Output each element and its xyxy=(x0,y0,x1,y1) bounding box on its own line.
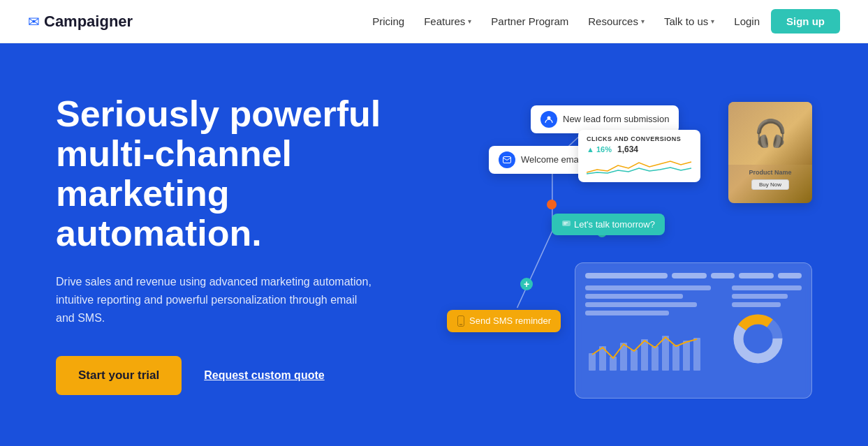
node-sms: Send SMS reminder xyxy=(447,310,561,332)
svg-rect-18 xyxy=(672,345,679,371)
buy-now-button[interactable]: Buy Now xyxy=(751,179,789,190)
talk-chevron-icon: ▾ xyxy=(711,17,714,25)
welcome-label: Welcome email xyxy=(521,154,583,165)
dash-line-4 xyxy=(585,311,669,315)
clicks-card: CLICKS AND CONVERSIONS ▲ 16% 1,634 xyxy=(578,130,700,182)
lead-icon xyxy=(540,111,557,128)
donut-chart xyxy=(732,313,784,365)
svg-rect-19 xyxy=(683,341,690,371)
dash-line-1 xyxy=(585,285,711,290)
node-talk: Let's talk tomorrow? xyxy=(552,214,665,235)
sms-label: Send SMS reminder xyxy=(469,315,551,326)
talk-icon xyxy=(561,219,571,229)
dash-line-2 xyxy=(585,294,683,299)
dash-right-line-2 xyxy=(732,294,788,299)
node-welcome: Welcome email xyxy=(489,146,593,174)
dash-bar-3 xyxy=(711,273,735,278)
dash-bar-chart xyxy=(585,325,711,374)
welcome-icon xyxy=(499,151,515,168)
hero-section: Seriously powerful multi-channel marketi… xyxy=(0,43,868,446)
lead-label: New lead form submission xyxy=(563,114,669,124)
resources-chevron-icon: ▾ xyxy=(641,17,645,25)
dash-header xyxy=(585,273,802,278)
nav-partner[interactable]: Partner Program xyxy=(491,15,568,27)
login-link[interactable]: Login xyxy=(734,15,760,27)
dash-right-panel xyxy=(732,285,802,383)
clicks-line-chart xyxy=(587,157,695,177)
navbar: ✉ Campaigner Pricing Features ▾ Partner … xyxy=(0,0,868,43)
logo[interactable]: ✉ Campaigner xyxy=(28,13,133,31)
hero-illustration: New lead form submission Welcome email + xyxy=(447,91,812,399)
logo-text: Campaigner xyxy=(44,13,133,31)
dash-bar-5 xyxy=(778,273,802,278)
logo-icon: ✉ xyxy=(28,13,40,30)
nav-features[interactable]: Features ▾ xyxy=(424,15,471,27)
dash-left-panel xyxy=(585,285,725,383)
svg-rect-5 xyxy=(562,221,571,226)
hero-content: Seriously powerful multi-channel marketi… xyxy=(56,94,419,396)
product-card: 🎧 Product Name Buy Now xyxy=(728,102,812,203)
svg-rect-17 xyxy=(662,336,669,371)
clicks-percent: ▲ 16% xyxy=(587,145,612,154)
svg-rect-14 xyxy=(631,350,638,371)
dash-bar-2 xyxy=(672,273,707,278)
quote-link[interactable]: Request custom quote xyxy=(204,369,324,382)
svg-rect-10 xyxy=(589,353,596,371)
clicks-number: 1,634 xyxy=(617,144,638,154)
dash-right-line-3 xyxy=(732,302,781,307)
dash-bar-4 xyxy=(739,273,774,278)
plus-dot: + xyxy=(520,278,533,290)
sms-icon xyxy=(457,315,465,327)
dash-line-3 xyxy=(585,302,697,307)
trial-button[interactable]: Start your trial xyxy=(56,356,182,395)
nav-pricing[interactable]: Pricing xyxy=(372,15,404,27)
dashboard-card xyxy=(575,262,812,399)
svg-rect-16 xyxy=(652,346,659,371)
hero-actions: Start your trial Request custom quote xyxy=(56,356,419,395)
dash-bar-1 xyxy=(585,273,668,278)
svg-rect-20 xyxy=(693,338,700,371)
nav-resources[interactable]: Resources ▾ xyxy=(588,15,645,27)
connector-dot-1 xyxy=(547,200,557,209)
headphone-icon: 🎧 xyxy=(754,118,787,149)
nav-links: Pricing Features ▾ Partner Program Resou… xyxy=(372,15,714,27)
clicks-title: CLICKS AND CONVERSIONS xyxy=(587,135,692,142)
dash-right-line-1 xyxy=(732,285,802,290)
signup-button[interactable]: Sign up xyxy=(771,9,840,34)
hero-subtitle: Drive sales and revenue using advanced m… xyxy=(56,273,377,327)
nav-talk[interactable]: Talk to us ▾ xyxy=(664,15,714,27)
svg-line-1 xyxy=(517,231,552,308)
talk-label: Let's talk tomorrow? xyxy=(574,219,655,230)
product-name-label: Product Name xyxy=(749,169,791,176)
features-chevron-icon: ▾ xyxy=(468,17,471,25)
clicks-chart xyxy=(587,157,692,177)
product-image: 🎧 xyxy=(728,102,812,165)
node-lead: New lead form submission xyxy=(531,105,679,133)
dash-content xyxy=(585,285,802,383)
hero-title: Seriously powerful multi-channel marketi… xyxy=(56,94,419,254)
nav-actions: Login Sign up xyxy=(734,9,840,34)
